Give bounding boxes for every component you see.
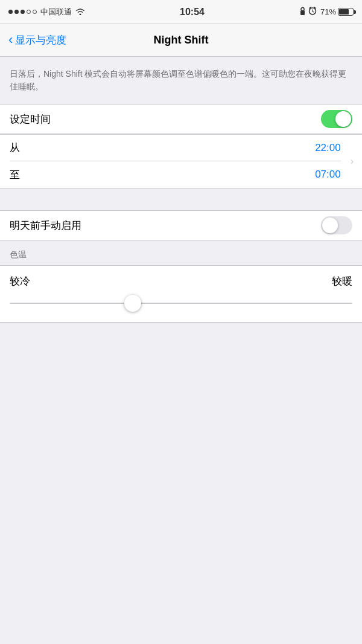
battery-percent: 71%: [320, 7, 336, 16]
to-label: 至: [10, 168, 20, 182]
slider-container[interactable]: [10, 293, 352, 314]
slider-cold-label: 较冷: [10, 274, 30, 288]
time-chevron: ›: [351, 135, 362, 188]
slider-track: [10, 303, 352, 304]
status-right: 71%: [299, 7, 354, 17]
time-labels: 从 22:00 至 07:00: [0, 135, 351, 188]
color-temp-section: 色温: [0, 240, 362, 265]
manual-toggle[interactable]: [321, 216, 352, 234]
battery-container: 71%: [320, 7, 354, 16]
signal-dot-1: [8, 10, 13, 14]
slider-warm-label: 较暖: [332, 274, 352, 288]
wifi-icon: [75, 7, 85, 17]
slider-section: 较冷 较暖: [0, 265, 362, 323]
slider-thumb[interactable]: [124, 295, 141, 312]
description-section: 日落后，Night Shift 模式会自动将屏幕颜色调至色谱偏暖色的一端。这可助…: [0, 57, 362, 104]
from-row: 从 22:00: [10, 135, 341, 161]
signal-dots: [8, 10, 37, 14]
lock-icon: [299, 7, 306, 17]
manual-label: 明天前手动启用: [10, 219, 81, 233]
back-chevron-icon: ‹: [8, 33, 13, 47]
to-row: 至 07:00: [10, 161, 341, 188]
manual-toggle-thumb: [322, 217, 338, 233]
alarm-icon: [308, 7, 317, 17]
description-text: 日落后，Night Shift 模式会自动将屏幕颜色调至色谱偏暖色的一端。这可助…: [10, 68, 352, 93]
status-left: 中国联通: [8, 7, 85, 18]
page-title: Night Shift: [154, 34, 209, 47]
bottom-area: [0, 323, 362, 564]
back-button[interactable]: ‹ 显示与亮度: [8, 33, 66, 47]
chevron-right-icon: ›: [351, 156, 354, 167]
svg-rect-0: [300, 10, 305, 15]
schedule-group: 设定时间: [0, 104, 362, 134]
signal-dot-2: [14, 10, 19, 14]
signal-dot-5: [33, 10, 37, 14]
manual-enable-row: 明天前手动启用: [0, 211, 362, 240]
manual-group: 明天前手动启用: [0, 210, 362, 240]
status-bar: 中国联通 10:54: [0, 0, 362, 24]
from-label: 从: [10, 141, 20, 155]
nav-bar: ‹ 显示与亮度 Night Shift: [0, 24, 362, 57]
status-icons: [299, 7, 317, 17]
signal-dot-3: [21, 10, 25, 14]
battery-fill: [339, 9, 349, 14]
back-label: 显示与亮度: [15, 33, 66, 47]
schedule-toggle[interactable]: [321, 110, 352, 128]
status-time: 10:54: [180, 7, 205, 18]
schedule-toggle-row: 设定时间: [0, 105, 362, 134]
toggle-thumb: [335, 111, 351, 127]
time-range-row[interactable]: 从 22:00 至 07:00 ›: [0, 134, 362, 188]
battery-icon: [338, 8, 354, 16]
carrier-label: 中国联通: [40, 7, 72, 18]
slider-labels: 较冷 较暖: [10, 274, 352, 288]
section-spacer-1: [0, 188, 362, 210]
signal-dot-4: [27, 10, 31, 14]
schedule-label: 设定时间: [10, 112, 51, 126]
from-time: 22:00: [315, 142, 341, 154]
to-time: 07:00: [315, 169, 341, 181]
color-temp-label: 色温: [10, 250, 27, 259]
